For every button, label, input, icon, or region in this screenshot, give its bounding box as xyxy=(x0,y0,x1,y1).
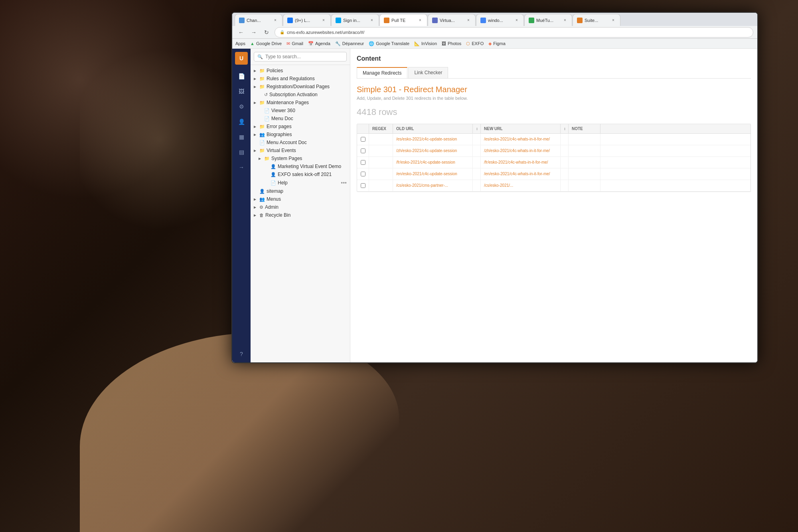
lock-icon: 🔒 xyxy=(280,30,284,34)
row4-checkbox-cell[interactable] xyxy=(357,168,369,180)
sidebar-icon-members[interactable]: 👤 xyxy=(235,115,248,129)
sidebar-icon-forms[interactable]: ▦ xyxy=(235,130,248,144)
row1-sep xyxy=(473,134,481,145)
browser-tab-pull[interactable]: Pull TE × xyxy=(379,14,427,26)
tab-label-virtual: Virtua... xyxy=(440,18,455,23)
sidebar-icon-content[interactable]: 📄 xyxy=(235,69,248,83)
tree-item-admin[interactable]: ▶ ⚙ Admin xyxy=(251,203,350,211)
tree-item-viewer360[interactable]: ▶ 📄 Viewer 360 xyxy=(251,107,350,115)
bookmark-photos[interactable]: 🖼 Photos xyxy=(442,41,461,46)
row3-checkbox-cell[interactable] xyxy=(357,157,369,168)
tab-label-sign: Sign in... xyxy=(343,18,360,23)
bookmark-gmail[interactable]: ✉ Gmail xyxy=(286,41,303,46)
browser-tab-windo[interactable]: windo... × xyxy=(476,14,524,26)
tree-item-biographies[interactable]: ▶ 👥 Biographies xyxy=(251,131,350,138)
tree-item-marketingevent[interactable]: ▶ 👤 Marketing Virtual Event Demo xyxy=(251,162,350,170)
doc-icon-marketingevent: 👤 xyxy=(271,164,276,169)
search-input[interactable] xyxy=(265,54,343,59)
browser-tab-virtual[interactable]: Virtua... × xyxy=(428,14,476,26)
tree-item-exfosales[interactable]: ▶ 👤 EXFO sales kick-off 2021 xyxy=(251,170,350,178)
tree-item-recyclebin[interactable]: ▶ 🗑 Recycle Bin xyxy=(251,211,350,219)
tree-arrow-policies: ▶ xyxy=(254,69,258,73)
table-row: /fr/esko-2021/c4c-update-session /fr/esk… xyxy=(357,157,751,168)
tab-close-notif[interactable]: × xyxy=(321,18,326,23)
row5-checkbox-cell[interactable] xyxy=(357,180,369,191)
tab-close-pull[interactable]: × xyxy=(417,18,423,23)
bookmark-agenda[interactable]: 📅 Agenda xyxy=(308,41,330,46)
row-count: 4418 rows xyxy=(357,107,751,117)
more-button-help[interactable]: ••• xyxy=(341,180,347,186)
sidebar-icon-packages[interactable]: ▤ xyxy=(235,145,248,159)
tree-item-registration[interactable]: ▶ 📁 Registration/Download Pages xyxy=(251,83,350,91)
tab-close-muetu[interactable]: × xyxy=(562,18,568,23)
tab-label-windo: windo... xyxy=(488,18,503,23)
tree-item-help[interactable]: ▶ 📄 Help ••• xyxy=(251,178,350,187)
tree-item-policies[interactable]: ▶ 📁 Policies xyxy=(251,67,350,75)
tree-item-systempages[interactable]: ▶ 📁 System Pages xyxy=(251,154,350,162)
row3-sep xyxy=(473,157,481,168)
folder-icon-rules: 📁 xyxy=(259,76,265,81)
browser-tab-notif[interactable]: (9+) L... × xyxy=(283,14,331,26)
figma-icon: ◈ xyxy=(488,41,492,46)
sidebar-icon-settings[interactable]: ⚙ xyxy=(235,100,248,113)
tab-close-suite[interactable]: × xyxy=(610,18,616,23)
row3-checkbox[interactable] xyxy=(361,160,365,165)
tab-manage-redirects[interactable]: Manage Redirects xyxy=(357,67,407,78)
sidebar-icon-help[interactable]: ? xyxy=(235,347,248,361)
address-bar[interactable]: 🔒 cms-exfo.azurewebsites.net/umbraco/#/ xyxy=(275,27,753,38)
bookmark-figma[interactable]: ◈ Figma xyxy=(488,41,506,46)
tree-item-sitemap[interactable]: ▶ 👤 sitemap xyxy=(251,187,350,195)
bookmark-translate[interactable]: 🌐 Google Translate xyxy=(369,41,409,46)
bookmark-apps[interactable]: Apps xyxy=(235,41,245,46)
tree-item-menudoc[interactable]: ▶ 📄 Menu Doc xyxy=(251,115,350,123)
row2-checkbox-cell[interactable] xyxy=(357,145,369,156)
reload-button[interactable]: ↻ xyxy=(262,28,271,37)
tree-item-menuaccountdoc[interactable]: ▶ 📄 Menu Account Doc xyxy=(251,138,350,146)
gdrive-icon: ▲ xyxy=(250,41,255,46)
tab-favicon-notif xyxy=(287,18,293,23)
tree-item-rules[interactable]: ▶ 📁 Rules and Regulations xyxy=(251,75,350,83)
back-button[interactable]: ← xyxy=(236,28,246,37)
row5-checkbox[interactable] xyxy=(361,183,365,188)
row2-checkbox[interactable] xyxy=(361,148,365,153)
tab-close-windo[interactable]: × xyxy=(514,18,519,23)
row1-checkbox-cell[interactable] xyxy=(357,134,369,145)
tree-arrow-sitemap: ▶ xyxy=(254,190,258,193)
row1-old-url: /es/esko-2021/c4c-update-session xyxy=(393,134,473,145)
col-regex: REGEX xyxy=(369,124,393,133)
browser-tab-muetu[interactable]: MuéTu... × xyxy=(524,14,572,26)
bookmark-exfo[interactable]: ⬡ EXFO xyxy=(466,41,484,46)
tree-arrow-registration: ▶ xyxy=(254,85,258,89)
tree-arrow-marketingevent: ▶ xyxy=(265,165,269,168)
browser-tab-sign[interactable]: Sign in... × xyxy=(331,14,379,26)
bookmark-depanneur[interactable]: 🔧 Dépanneur xyxy=(335,41,364,46)
row3-note xyxy=(569,157,600,168)
sidebar-icon-media[interactable]: 🖼 xyxy=(235,85,248,98)
tab-close-chan[interactable]: × xyxy=(273,18,278,23)
tab-close-sign[interactable]: × xyxy=(369,18,375,23)
tree-item-errorpages[interactable]: ▶ 📁 Error pages xyxy=(251,123,350,131)
doc-icon-help: 📄 xyxy=(271,180,276,186)
tab-link-checker[interactable]: Link Checker xyxy=(408,67,448,78)
tree-item-virtualevents[interactable]: ▶ 📁 Virtual Events xyxy=(251,146,350,154)
browser-tab-chan[interactable]: Chan... × xyxy=(235,14,282,26)
bookmark-depanneur-label: Dépanneur xyxy=(342,41,364,46)
tree-item-subscription[interactable]: ▶ ↺ Subscription Activation xyxy=(251,91,350,99)
row5-old-url: /cs/esko-2021/cms-partner-... xyxy=(393,180,473,191)
tree-item-maintenance[interactable]: ▶ 📁 Maintenance Pages xyxy=(251,99,350,107)
row3-old-url: /fr/esko-2021/c4c-update-session xyxy=(393,157,473,168)
browser-tab-suite[interactable]: Suite... × xyxy=(573,14,620,26)
row1-checkbox[interactable] xyxy=(361,137,365,142)
bookmark-invision[interactable]: 📐 InVision xyxy=(414,41,437,46)
row4-checkbox[interactable] xyxy=(361,172,365,176)
tree-item-menus[interactable]: ▶ 👥 Menus xyxy=(251,195,350,203)
bookmark-gdrive[interactable]: ▲ Google Drive xyxy=(250,41,282,46)
sidebar-icon-redirect[interactable]: → xyxy=(235,160,248,174)
tree-arrow-recyclebin: ▶ xyxy=(254,214,258,217)
forward-button[interactable]: → xyxy=(249,28,259,37)
tab-close-virtual[interactable]: × xyxy=(466,18,471,23)
row5-new-url: /cs/esko-2021/... xyxy=(481,180,561,191)
tab-label-pull: Pull TE xyxy=(391,18,405,23)
search-input-wrap[interactable]: 🔍 xyxy=(254,52,347,61)
folder-icon-errorpages: 📁 xyxy=(259,124,265,129)
